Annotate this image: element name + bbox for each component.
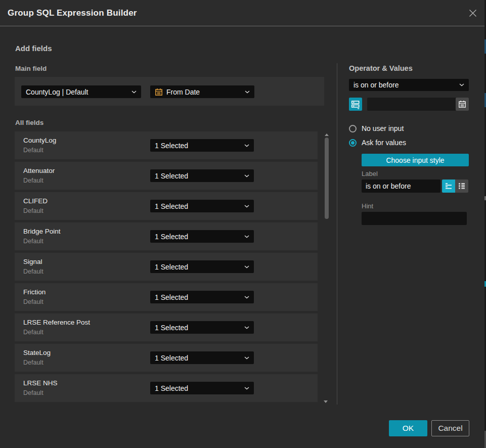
field-name: StateLog — [23, 349, 51, 356]
chevron-down-icon — [244, 144, 249, 147]
chevron-down-icon — [459, 83, 464, 86]
chevron-down-icon — [244, 387, 249, 390]
field-subtitle: Default — [23, 207, 43, 214]
main-field-field-dropdown[interactable]: From Date — [150, 85, 254, 98]
group-sql-expression-builder-dialog: Group SQL Expression Builder Add fields … — [0, 0, 484, 448]
chevron-down-icon — [244, 265, 249, 268]
field-selected-dropdown[interactable]: 1 Selected — [150, 260, 254, 273]
field-name: Friction — [23, 288, 46, 296]
field-name: LRSE Reference Post — [23, 319, 90, 326]
field-selected-value: 1 Selected — [155, 233, 244, 241]
label-input-value: is on or before — [366, 182, 411, 190]
close-icon — [469, 9, 477, 17]
screen: Group SQL Expression Builder Add fields … — [0, 0, 486, 448]
field-row: CountyLog Default 1 Selected — [15, 131, 318, 159]
calendar-icon — [155, 88, 163, 96]
field-name: CLIFED — [23, 197, 48, 205]
field-selected-value: 1 Selected — [155, 172, 244, 180]
main-field-panel: CountyLog | Default From Date — [15, 77, 324, 106]
field-selected-dropdown[interactable]: 1 Selected — [150, 230, 254, 243]
date-picker-button[interactable] — [456, 98, 469, 111]
calendar-icon — [458, 100, 466, 108]
operator-dropdown[interactable]: is on or before — [349, 79, 469, 91]
scrollbar-up-arrow-icon[interactable] — [325, 133, 329, 136]
field-selected-value: 1 Selected — [155, 202, 244, 210]
column-separator — [337, 63, 337, 405]
date-value-input[interactable] — [367, 98, 469, 111]
list-style-icon — [455, 180, 468, 193]
field-selected-dropdown[interactable]: 1 Selected — [150, 321, 254, 334]
chevron-down-icon — [244, 235, 249, 238]
cancel-button[interactable]: Cancel — [431, 420, 469, 436]
operator-values-heading: Operator & Values — [349, 64, 413, 72]
close-button[interactable] — [465, 6, 480, 21]
dialog-title: Group SQL Expression Builder — [8, 0, 137, 26]
chevron-down-icon — [244, 356, 249, 360]
field-row: Attenuator Default 1 Selected — [15, 162, 318, 190]
ask-for-values-radio[interactable] — [349, 139, 357, 147]
main-field-layer-value: CountyLog | Default — [26, 88, 131, 96]
field-name: CountyLog — [23, 137, 56, 144]
field-row: LRSE Reference Post Default 1 Selected — [15, 313, 318, 341]
list-style-button[interactable] — [455, 180, 468, 193]
field-name: Attenuator — [23, 167, 55, 174]
field-subtitle: Default — [23, 389, 43, 396]
field-subtitle: Default — [23, 359, 43, 366]
dialog-titlebar: Group SQL Expression Builder — [0, 0, 484, 26]
ok-button[interactable]: OK — [389, 420, 427, 436]
chevron-down-icon — [131, 91, 137, 94]
field-selected-dropdown[interactable]: 1 Selected — [150, 169, 254, 182]
label-style-toggle — [442, 180, 468, 193]
choose-input-style-button[interactable]: Choose input style — [362, 154, 469, 166]
chevron-down-icon — [244, 296, 249, 299]
field-name: Signal — [23, 258, 42, 265]
chevron-down-icon — [244, 174, 249, 177]
set-input-type-button[interactable] — [349, 98, 362, 111]
hint-label: Hint — [362, 202, 373, 210]
field-subtitle: Default — [23, 177, 43, 184]
scrollbar-thumb[interactable] — [325, 138, 329, 219]
field-selected-value: 1 Selected — [155, 324, 244, 332]
field-row: LRSE NHS Default 1 Selected — [15, 374, 318, 402]
label-label: Label — [362, 170, 378, 177]
field-selected-value: 1 Selected — [155, 384, 244, 392]
no-user-input-label: No user input — [362, 124, 404, 132]
chevron-down-icon — [244, 205, 249, 208]
all-fields-list: CountyLog Default 1 Selected Attenuator … — [15, 131, 318, 405]
field-row: Bridge Point Default 1 Selected — [15, 222, 318, 250]
all-fields-label: All fields — [15, 119, 43, 126]
field-subtitle: Default — [23, 238, 43, 245]
field-name: LRSE NHS — [23, 379, 58, 387]
label-input[interactable]: is on or before — [362, 180, 440, 193]
add-fields-heading: Add fields — [15, 44, 52, 53]
field-subtitle: Default — [23, 329, 43, 336]
single-line-style-icon — [442, 180, 455, 193]
field-selected-dropdown[interactable]: 1 Selected — [150, 382, 254, 394]
field-selected-value: 1 Selected — [155, 142, 244, 150]
field-subtitle: Default — [23, 147, 43, 154]
single-line-style-button[interactable] — [442, 180, 455, 193]
field-selected-value: 1 Selected — [155, 263, 244, 271]
field-selected-dropdown[interactable]: 1 Selected — [150, 139, 254, 152]
field-row: Friction Default 1 Selected — [15, 283, 318, 311]
field-selected-dropdown[interactable]: 1 Selected — [150, 200, 254, 212]
chevron-down-icon — [245, 91, 250, 94]
field-selected-value: 1 Selected — [155, 293, 244, 301]
field-row: StateLog Default 1 Selected — [15, 344, 318, 372]
operator-value: is on or before — [354, 81, 459, 89]
no-user-input-radio[interactable] — [349, 125, 357, 132]
chevron-down-icon — [244, 326, 249, 329]
ask-for-values-label: Ask for values — [362, 139, 406, 147]
field-selected-dropdown[interactable]: 1 Selected — [150, 351, 254, 364]
scrollbar-down-arrow-icon[interactable] — [324, 400, 328, 403]
main-field-label: Main field — [15, 65, 47, 72]
input-type-icon — [349, 98, 362, 111]
radio-row-no-user-input: No user input — [349, 124, 404, 132]
radio-row-ask-for-values: Ask for values — [349, 139, 406, 147]
field-selected-dropdown[interactable]: 1 Selected — [150, 291, 254, 303]
main-field-field-value: From Date — [166, 88, 245, 96]
hint-input[interactable] — [362, 212, 467, 225]
main-field-layer-dropdown[interactable]: CountyLog | Default — [21, 85, 141, 98]
field-row: CLIFED Default 1 Selected — [15, 192, 318, 220]
field-row: Signal Default 1 Selected — [15, 253, 318, 281]
